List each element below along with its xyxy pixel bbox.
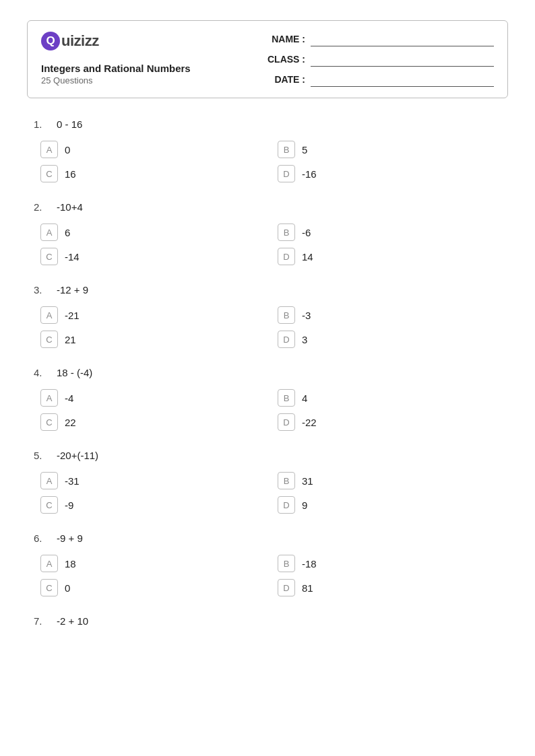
option-value: -4 — [65, 392, 73, 404]
option-item[interactable]: A-4 — [40, 389, 264, 407]
option-value: 22 — [65, 417, 76, 428]
question-number: 4. — [34, 367, 50, 378]
option-item[interactable]: A18 — [40, 555, 264, 572]
option-badge: B — [278, 141, 295, 158]
question-header: 5.-20+(-11) — [34, 450, 501, 461]
option-badge: A — [40, 224, 58, 241]
class-label: CLASS : — [265, 54, 305, 65]
option-value: -22 — [302, 417, 317, 428]
option-item[interactable]: B-6 — [278, 224, 501, 241]
option-badge: A — [40, 555, 58, 572]
option-badge: A — [40, 472, 58, 489]
option-item[interactable]: B4 — [278, 389, 501, 407]
option-value: 21 — [65, 334, 76, 345]
question-text: -9 + 9 — [57, 532, 83, 544]
option-value: 0 — [65, 144, 70, 156]
option-item[interactable]: C-14 — [40, 248, 264, 265]
options-grid: A6B-6C-14D14 — [34, 224, 501, 265]
question-block: 7.-2 + 10 — [34, 615, 501, 627]
option-item[interactable]: C0 — [40, 579, 264, 596]
option-item[interactable]: A-21 — [40, 306, 264, 324]
option-badge: B — [278, 389, 295, 407]
option-value: 9 — [302, 500, 307, 511]
question-text: -12 + 9 — [57, 284, 88, 296]
option-badge: C — [40, 248, 58, 265]
option-badge: D — [278, 165, 295, 182]
option-value: -9 — [65, 500, 73, 511]
options-grid: A18B-18C0D81 — [34, 555, 501, 596]
option-item[interactable]: A6 — [40, 224, 264, 241]
option-badge: A — [40, 141, 58, 158]
option-item[interactable]: C22 — [40, 413, 264, 431]
option-value: 3 — [302, 334, 307, 345]
option-item[interactable]: D-22 — [278, 413, 501, 431]
option-item[interactable]: D9 — [278, 496, 501, 514]
question-text: 18 - (-4) — [57, 367, 92, 378]
question-header: 6.-9 + 9 — [34, 532, 501, 544]
option-badge: D — [278, 579, 295, 596]
date-line — [311, 72, 494, 87]
question-text: 0 - 16 — [57, 118, 82, 130]
option-badge: B — [278, 555, 295, 572]
question-block: 3.-12 + 9A-21B-3C21D3 — [34, 284, 501, 348]
header-box: Q uizizz Integers and Rational Numbers 2… — [27, 20, 508, 98]
option-item[interactable]: A-31 — [40, 472, 264, 489]
option-badge: B — [278, 306, 295, 324]
date-label: DATE : — [265, 74, 305, 85]
question-block: 4.18 - (-4)A-4B4C22D-22 — [34, 367, 501, 431]
option-value: 31 — [302, 475, 313, 487]
option-badge: A — [40, 389, 58, 407]
option-value: 81 — [302, 582, 313, 594]
header-left: Q uizizz Integers and Rational Numbers 2… — [41, 32, 191, 85]
option-item[interactable]: B5 — [278, 141, 501, 158]
question-block: 2.-10+4A6B-6C-14D14 — [34, 201, 501, 265]
option-badge: B — [278, 224, 295, 241]
option-item[interactable]: C21 — [40, 331, 264, 348]
option-badge: C — [40, 413, 58, 431]
option-value: 0 — [65, 582, 70, 594]
option-badge: C — [40, 496, 58, 514]
option-value: -21 — [65, 310, 80, 321]
option-badge: C — [40, 331, 58, 348]
option-item[interactable]: D14 — [278, 248, 501, 265]
option-item[interactable]: C16 — [40, 165, 264, 182]
option-badge: D — [278, 331, 295, 348]
option-badge: A — [40, 306, 58, 324]
option-item[interactable]: D81 — [278, 579, 501, 596]
option-value: 18 — [65, 558, 76, 570]
page: Q uizizz Integers and Rational Numbers 2… — [0, 0, 535, 756]
questions-area: 1.0 - 16A0B5C16D-162.-10+4A6B-6C-14D143.… — [27, 118, 508, 627]
logo-icon: Q — [41, 32, 60, 50]
class-field-row: CLASS : — [265, 52, 494, 67]
option-item[interactable]: C-9 — [40, 496, 264, 514]
options-grid: A-4B4C22D-22 — [34, 389, 501, 431]
option-item[interactable]: D3 — [278, 331, 501, 348]
option-value: -16 — [302, 168, 317, 180]
option-value: -14 — [65, 251, 80, 263]
option-badge: C — [40, 579, 58, 596]
name-label: NAME : — [265, 34, 305, 44]
question-block: 1.0 - 16A0B5C16D-16 — [34, 118, 501, 182]
question-number: 7. — [34, 615, 50, 627]
question-header: 2.-10+4 — [34, 201, 501, 213]
option-item[interactable]: B31 — [278, 472, 501, 489]
question-header: 4.18 - (-4) — [34, 367, 501, 378]
option-item[interactable]: D-16 — [278, 165, 501, 182]
options-grid: A0B5C16D-16 — [34, 141, 501, 182]
option-badge: D — [278, 413, 295, 431]
option-value: -3 — [302, 310, 311, 321]
question-header: 3.-12 + 9 — [34, 284, 501, 296]
class-line — [311, 52, 494, 67]
question-header: 7.-2 + 10 — [34, 615, 501, 627]
quiz-subtitle: 25 Questions — [41, 75, 191, 85]
option-value: -6 — [302, 227, 311, 238]
option-item[interactable]: A0 — [40, 141, 264, 158]
option-badge: D — [278, 248, 295, 265]
option-badge: C — [40, 165, 58, 182]
logo: Q uizizz — [41, 32, 191, 50]
question-text: -10+4 — [57, 201, 83, 213]
option-item[interactable]: B-3 — [278, 306, 501, 324]
option-item[interactable]: B-18 — [278, 555, 501, 572]
question-number: 1. — [34, 118, 50, 130]
option-value: 6 — [65, 227, 70, 238]
